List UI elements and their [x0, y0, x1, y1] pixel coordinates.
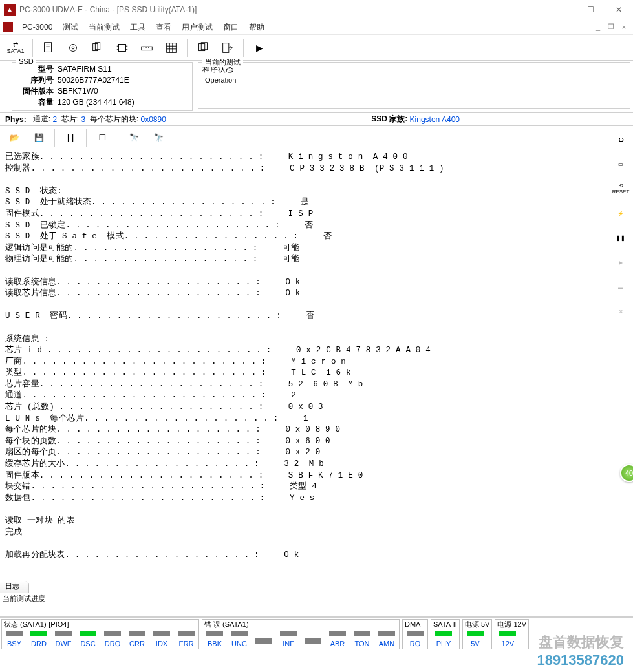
svg-rect-16	[167, 43, 177, 52]
mdi-close-button[interactable]: ×	[617, 21, 630, 33]
status-group-title: 状态 (SATA1)-[PIO4]	[2, 620, 198, 629]
led-icon	[231, 631, 248, 636]
status-cell-label: 5V	[471, 640, 479, 647]
tb-btn-3[interactable]	[86, 37, 109, 59]
led-icon	[206, 631, 223, 636]
tb-btn-6[interactable]	[160, 37, 183, 59]
connector-icon: ⇄	[13, 41, 18, 48]
led-icon	[104, 631, 121, 636]
cap-value: 120 GB (234 441 648)	[58, 97, 134, 108]
svg-point-3	[70, 44, 77, 51]
led-icon	[354, 631, 370, 636]
menu-current-test[interactable]: 当前测试	[83, 20, 125, 34]
status-cell-DSC: DSC	[76, 629, 100, 649]
side-power-button[interactable]: ⏻	[610, 129, 632, 151]
tb-btn-7[interactable]	[191, 37, 215, 59]
play-icon: ▶	[619, 260, 623, 266]
chip-icon: ▭	[618, 162, 623, 167]
chip-label: 芯片:	[61, 114, 79, 125]
side-reset-button[interactable]: ⟲RESET	[610, 178, 632, 200]
current-test-legend: 当前的测试	[202, 58, 243, 67]
menu-help[interactable]: 帮助	[244, 20, 270, 34]
status-cell-ABR: ABR	[325, 629, 350, 649]
log-tab-bar: 日志	[0, 580, 608, 593]
gear-icon	[66, 41, 80, 55]
status-cell-5V: 5V	[463, 629, 488, 649]
log-tab[interactable]: 日志	[0, 581, 29, 593]
status-cell-PHY: PHY	[431, 629, 456, 649]
status-group-title: SATA-II	[431, 620, 459, 629]
status-cell-label: TON	[354, 640, 369, 647]
binoculars-next-icon: 🔭	[154, 133, 164, 142]
mdi-restore-button[interactable]: ❐	[605, 21, 617, 33]
log-pause-button[interactable]: | |	[59, 127, 82, 149]
serial-value: 50026B777A02741E	[58, 75, 129, 86]
chip-icon	[115, 41, 129, 55]
log-save-button[interactable]: 💾	[27, 127, 50, 149]
ssd-info-box: SSD 型号SATAFIRM S11 序列号50026B777A02741E 固…	[12, 62, 193, 111]
log-column: 📂 💾 | | ❐ 🔭 🔭 已选家族. . . . . . . . . . . …	[0, 126, 608, 593]
blocks-label: 每个芯片的块:	[90, 114, 138, 125]
menu-tools[interactable]: 工具	[125, 20, 151, 34]
status-group-title: 电源 5V	[463, 620, 492, 629]
log-content[interactable]: 已选家族. . . . . . . . . . . . . . . . . . …	[0, 149, 608, 580]
watermark-text2: 18913587620	[537, 652, 624, 669]
menu-app[interactable]: PC-3000	[17, 20, 58, 34]
status-cell-label: DRQ	[105, 640, 120, 647]
tb-btn-4[interactable]	[111, 37, 134, 59]
side-connect-button[interactable]: ⚡	[610, 202, 632, 224]
tb-play-button[interactable]: ▶	[248, 37, 271, 59]
status-cell-label: UNC	[231, 640, 247, 647]
status-cell-IDX: IDX	[149, 629, 174, 649]
log-find-button[interactable]: 🔭	[122, 127, 145, 149]
side-pause-button[interactable]: ❚❚	[610, 227, 632, 249]
status-cell-TON: TON	[350, 629, 374, 649]
log-copy-button[interactable]: ❐	[91, 127, 114, 149]
status-cell-DRD: DRD	[27, 629, 51, 649]
tb-btn-8[interactable]	[216, 37, 239, 59]
log-find-next-button[interactable]: 🔭	[147, 127, 170, 149]
side-tools-button[interactable]: ✕	[610, 300, 632, 322]
maximize-button[interactable]: ☐	[576, 0, 605, 19]
channel-label: 通道:	[33, 114, 50, 125]
tb-btn-5[interactable]	[135, 37, 158, 59]
app-icon	[3, 22, 13, 32]
mdi-minimize-button[interactable]: _	[592, 21, 605, 33]
status-cell-label: DWF	[55, 640, 71, 647]
phys-bar: Phys: 通道: 2 芯片: 3 每个芯片的块: 0x0890 SSD 家族:…	[0, 113, 633, 126]
reset-icon: ⟲	[619, 183, 623, 189]
play-icon: ▶	[256, 43, 263, 53]
tb-btn-1[interactable]	[37, 37, 60, 59]
green-badge[interactable]: 40	[620, 464, 633, 482]
status-cell-label: IDX	[156, 640, 167, 647]
sata-port-label: SATA1	[6, 48, 24, 54]
log-open-button[interactable]: 📂	[3, 127, 26, 149]
side-play-button[interactable]: ▶	[610, 251, 632, 273]
ruler-icon	[140, 41, 154, 55]
menu-view[interactable]: 查看	[151, 20, 177, 34]
close-button[interactable]: ✕	[605, 0, 633, 19]
chip2-icon: ▬	[618, 284, 623, 290]
tb-btn-2[interactable]	[61, 37, 85, 59]
status-cell-label: PHY	[436, 640, 451, 647]
minimize-button[interactable]: —	[548, 0, 576, 19]
side-chip2-button[interactable]: ▬	[610, 276, 632, 298]
status-cell-label: BSY	[7, 640, 21, 647]
svg-point-4	[72, 47, 74, 49]
status-group-g5: 电源 5V5V	[462, 619, 493, 649]
model-label: 型号	[16, 64, 54, 75]
side-chip-button[interactable]: ▭	[610, 153, 632, 175]
led-icon	[129, 631, 145, 636]
status-cell-AMN: AMN	[374, 629, 399, 649]
program-state: 程序状态	[202, 64, 626, 75]
ssd-info-legend: SSD	[16, 58, 36, 65]
fw-value: SBFK71W0	[58, 86, 98, 97]
channel-value: 2	[52, 115, 57, 124]
led-icon	[329, 631, 346, 636]
status-cell-label: INF	[283, 640, 294, 647]
menu-test[interactable]: 测试	[58, 20, 83, 34]
menu-user-test[interactable]: 用户测试	[177, 20, 218, 34]
status-group-g1: 状态 (SATA1)-[PIO4]BSYDRDDWFDSCDRQCRRIDXER…	[1, 619, 199, 649]
menu-window[interactable]: 窗口	[218, 20, 244, 34]
sata-port-button[interactable]: ⇄ SATA1	[3, 37, 28, 59]
